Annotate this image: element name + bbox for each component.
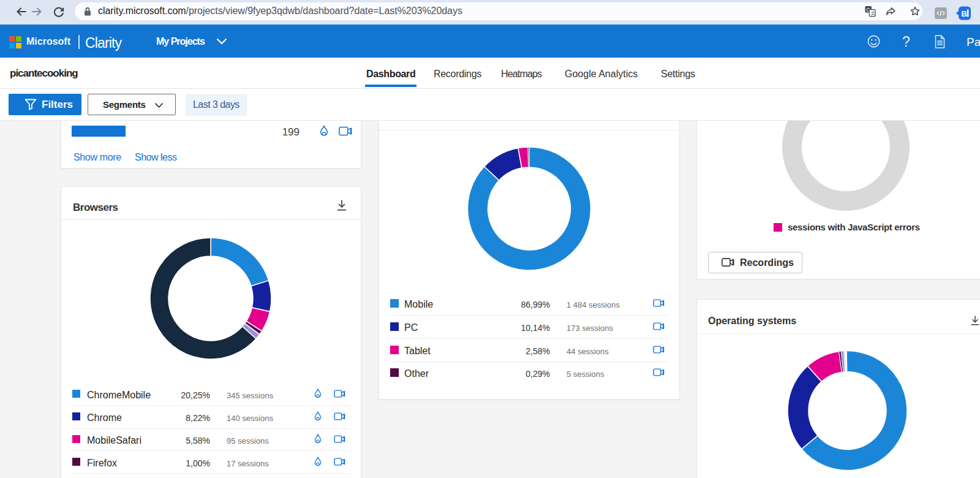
svg-text:文: 文 — [870, 10, 875, 16]
svg-text:B: B — [962, 10, 967, 18]
